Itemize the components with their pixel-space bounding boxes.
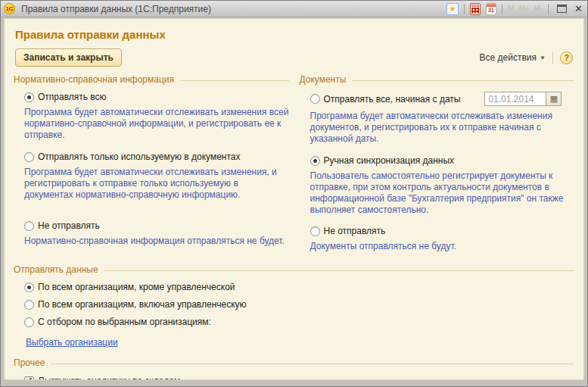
documents-option-description: Пользователь самостоятельно регистрирует… [310,170,575,216]
checkbox-icon [24,376,34,381]
radio-icon [24,92,34,102]
favorites-icon[interactable]: ★ [446,3,459,15]
radio-label: По всем организациям, включая управленче… [38,299,247,310]
send-data-section: Отправлять данные По всем организациям, … [14,264,574,348]
titlebar-separator [548,4,549,14]
maximize-button[interactable] [557,5,567,13]
nsi-option-description: Программа будет автоматически отслеживат… [24,167,289,201]
radio-label: Не отправлять [324,226,386,236]
radio-manual-sync[interactable]: Ручная синхронизация данных [310,155,575,166]
toolbar: Записать и закрыть Все действия ▼ ? [15,48,573,67]
calculator-icon[interactable] [470,3,481,15]
select-organizations-link[interactable]: Выбрать организации [26,337,118,348]
other-group-title: Прочее [14,357,574,368]
radio-icon [24,282,34,292]
page-title: Правила отправки данных [15,28,574,41]
start-date-field[interactable]: 01.01.2014 [484,92,546,106]
1c-logo-icon: 1С [4,3,15,14]
documents-group-title: Документы [300,74,575,85]
radio-label: Ручная синхронизация данных [324,155,455,166]
radio-send-all-from-date[interactable]: Отправлять все, начиная с даты 01.01.201… [310,92,575,106]
radio-filter-selected-orgs[interactable]: С отбором по выбранным организациям: [24,317,574,327]
radio-label: С отбором по выбранным организациям: [38,317,211,327]
other-section: Прочее Выгружать аналитику по складам i … [14,357,574,380]
checkbox-label: Выгружать аналитику по складам [39,376,180,380]
memory-mminus-button[interactable]: M- [534,5,543,13]
all-actions-button[interactable]: Все действия ▼ [480,52,546,63]
radio-icon [24,221,34,231]
radio-send-used-in-documents[interactable]: Отправлять только используемую в докумен… [24,151,289,162]
nsi-option-description: Нормативно-справочная информация отправл… [24,236,289,247]
radio-icon [24,300,34,310]
radio-icon [310,94,320,104]
radio-all-orgs-including-management[interactable]: По всем организациям, включая управленче… [24,299,574,310]
radio-icon [24,317,34,327]
date-picker-button[interactable]: ▦ [546,92,562,106]
documents-option-description: Программа будет автоматически отслеживат… [310,111,575,145]
all-actions-label: Все действия [480,52,537,63]
radio-label: Отправлять всю [38,92,107,102]
radio-label: Отправлять все, начиная с даты [324,94,461,105]
documents-section: Документы Отправлять все, начиная с даты… [300,74,575,255]
radio-all-orgs-except-management[interactable]: По всем организациям, кроме управленческ… [24,282,574,292]
close-button[interactable]: ✕ [574,4,583,14]
radio-label: Не отправлять [38,220,100,231]
nsi-section: Нормативно-справочная информация Отправл… [14,74,289,255]
documents-option-description: Документы отправляться не будут. [310,241,575,252]
radio-label: По всем организациям, кроме управленческ… [38,282,235,292]
radio-icon [310,156,320,166]
checkbox-export-warehouse-analytics[interactable]: Выгружать аналитику по складам [24,376,574,380]
radio-icon [310,226,320,236]
help-button[interactable]: ? [560,51,573,64]
form-content: Правила отправки данных Записать и закры… [4,18,584,380]
chevron-down-icon: ▼ [540,55,546,61]
calendar-icon[interactable]: 31 [486,3,496,15]
radio-dont-send-nsi[interactable]: Не отправлять [24,220,289,231]
titlebar-separator [464,4,465,14]
titlebar: 1С Правила отправки данных (1С:Предприят… [1,1,587,17]
memory-m-button[interactable]: M [508,5,514,13]
titlebar-separator [502,4,502,14]
send-data-group-title: Отправлять данные [14,264,574,275]
nsi-option-description: Программа будет автоматически отслеживат… [24,107,289,141]
nsi-group-title: Нормативно-справочная информация [14,74,289,85]
radio-dont-send-documents[interactable]: Не отправлять [310,226,575,236]
save-and-close-button[interactable]: Записать и закрыть [15,48,122,67]
toolbar-separator [552,51,553,64]
radio-label: Отправлять только используемую в докумен… [38,151,241,162]
memory-mplus-button[interactable]: M+ [518,5,529,13]
window-title: Правила отправки данных (1С:Предприятие) [21,4,211,14]
radio-icon [24,152,34,162]
radio-send-all-nsi[interactable]: Отправлять всю [24,92,289,102]
app-window: 1С Правила отправки данных (1С:Предприят… [0,0,588,387]
